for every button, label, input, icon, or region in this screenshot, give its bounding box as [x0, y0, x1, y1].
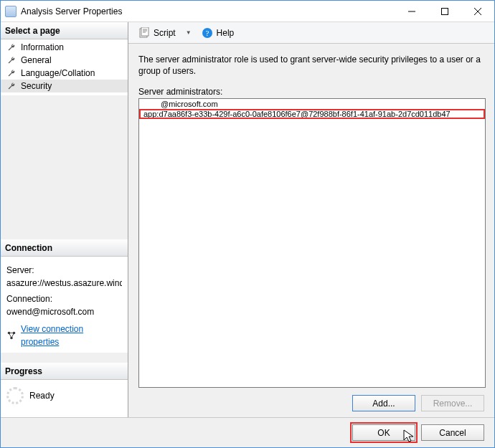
- nav-label: Language/Collation: [21, 68, 95, 78]
- script-label: Script: [154, 28, 176, 38]
- nav-label: Information: [21, 42, 64, 52]
- progress-spinner-icon: [6, 387, 24, 404]
- toolbar: Script ▼ ? Help: [128, 22, 494, 44]
- dialog-footer: OK Cancel: [1, 417, 494, 447]
- main-content: The server administrator role is used to…: [128, 44, 494, 417]
- svg-rect-8: [141, 27, 148, 36]
- maximize-button[interactable]: [428, 1, 461, 22]
- window-title: Analysis Server Properties: [21, 6, 395, 16]
- server-label: Server:: [6, 264, 122, 277]
- window-controls: [395, 1, 494, 22]
- progress-block: Ready: [1, 380, 128, 417]
- minimize-icon: [408, 8, 415, 15]
- list-buttons: Add... Remove...: [138, 388, 486, 411]
- wrench-icon: [6, 42, 16, 52]
- svg-rect-1: [442, 8, 448, 14]
- wrench-icon: [6, 68, 16, 78]
- add-button[interactable]: Add...: [352, 395, 415, 411]
- spacer: [1, 353, 128, 363]
- script-button[interactable]: Script: [136, 26, 179, 40]
- connection-label: Connection:: [6, 292, 122, 305]
- nav-security[interactable]: Security: [1, 80, 128, 92]
- close-button[interactable]: [461, 1, 494, 22]
- minimize-button[interactable]: [395, 1, 428, 22]
- script-dropdown[interactable]: ▼: [183, 29, 194, 36]
- server-admins-listbox[interactable]: @microsoft.com app:d7aa86f3-e33b-429f-a6…: [138, 98, 486, 388]
- wrench-icon: [6, 55, 16, 65]
- right-pane: Script ▼ ? Help The server administrator…: [128, 22, 494, 417]
- intro-text: The server administrator role is used to…: [138, 54, 486, 77]
- nav-label: General: [21, 55, 52, 65]
- app-icon: [5, 6, 16, 17]
- server-admins-label: Server administrators:: [138, 87, 486, 97]
- cancel-button[interactable]: Cancel: [421, 424, 484, 441]
- page-nav: Information General Language/Collation S…: [1, 39, 128, 95]
- title-bar: Analysis Server Properties: [1, 1, 494, 22]
- maximize-icon: [441, 8, 448, 15]
- connection-header: Connection: [1, 239, 128, 257]
- nav-label: Security: [21, 81, 52, 91]
- nav-language-collation[interactable]: Language/Collation: [1, 67, 128, 80]
- view-connection-properties-text: View connection properties: [21, 323, 122, 348]
- left-pane: Select a page Information General Langua…: [1, 22, 128, 417]
- left-spacer: [1, 95, 128, 239]
- remove-button: Remove...: [421, 395, 484, 411]
- nav-general[interactable]: General: [1, 54, 128, 67]
- select-page-header: Select a page: [1, 22, 128, 39]
- list-item[interactable]: @microsoft.com: [139, 99, 485, 109]
- connection-info: Server: asazure://westus.asazure.windows…: [1, 257, 128, 353]
- server-value: asazure://westus.asazure.windows: [6, 277, 122, 290]
- dialog-window: Analysis Server Properties Select a page…: [0, 0, 495, 448]
- wrench-icon: [6, 81, 16, 91]
- help-label: Help: [217, 28, 235, 38]
- help-icon: ?: [202, 27, 213, 39]
- script-icon: [138, 27, 150, 39]
- connection-icon: [6, 330, 16, 340]
- progress-status: Ready: [29, 391, 55, 401]
- close-icon: [474, 8, 481, 15]
- ok-button[interactable]: OK: [352, 424, 415, 441]
- nav-information[interactable]: Information: [1, 41, 128, 54]
- svg-text:?: ?: [205, 29, 209, 37]
- view-connection-properties-link[interactable]: View connection properties: [6, 323, 122, 348]
- list-item[interactable]: app:d7aa86f3-e33b-429f-a6c0-0afe8106f6e7…: [139, 109, 485, 119]
- progress-header: Progress: [1, 363, 128, 380]
- help-button[interactable]: ? Help: [199, 26, 237, 40]
- connection-value: owend@microsoft.com: [6, 305, 122, 318]
- dialog-body: Select a page Information General Langua…: [1, 22, 494, 417]
